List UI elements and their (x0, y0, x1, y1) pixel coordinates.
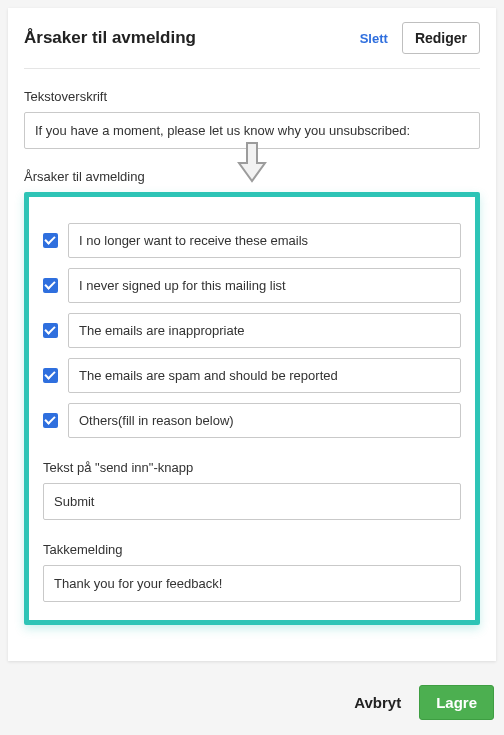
thank-you-input[interactable] (43, 565, 461, 602)
delete-button[interactable]: Slett (360, 31, 388, 46)
footer-row: Avbryt Lagre (0, 669, 504, 726)
reason-text-input[interactable] (68, 268, 461, 303)
thank-you-section: Takkemelding (43, 542, 461, 602)
reason-text-input[interactable] (68, 313, 461, 348)
submit-text-section: Tekst på "send inn"-knapp (43, 460, 461, 520)
reasons-section: Årsaker til avmelding Tekst på "send inn… (24, 169, 480, 625)
cancel-button[interactable]: Avbryt (354, 694, 401, 711)
reason-row (43, 358, 461, 393)
reason-checkbox[interactable] (43, 233, 58, 248)
reasons-box: Tekst på "send inn"-knapp Takkemelding (24, 192, 480, 625)
reason-text-input[interactable] (68, 358, 461, 393)
reason-checkbox[interactable] (43, 413, 58, 428)
reason-row (43, 268, 461, 303)
text-heading-label: Tekstoverskrift (24, 89, 480, 104)
page-title: Årsaker til avmelding (24, 28, 196, 48)
reason-row (43, 403, 461, 438)
header-actions: Slett Rediger (360, 22, 480, 54)
save-button[interactable]: Lagre (419, 685, 494, 720)
reason-checkbox[interactable] (43, 323, 58, 338)
submit-text-input[interactable] (43, 483, 461, 520)
header-row: Årsaker til avmelding Slett Rediger (24, 22, 480, 69)
arrow-icon (235, 141, 269, 189)
edit-button[interactable]: Rediger (402, 22, 480, 54)
reason-row (43, 313, 461, 348)
reason-text-input[interactable] (68, 403, 461, 438)
submit-text-label: Tekst på "send inn"-knapp (43, 460, 461, 475)
text-heading-section: Tekstoverskrift (24, 89, 480, 149)
reasons-list (43, 223, 461, 438)
reason-row (43, 223, 461, 258)
settings-card: Årsaker til avmelding Slett Rediger Teks… (8, 8, 496, 661)
reason-checkbox[interactable] (43, 278, 58, 293)
reason-text-input[interactable] (68, 223, 461, 258)
reason-checkbox[interactable] (43, 368, 58, 383)
thank-you-label: Takkemelding (43, 542, 461, 557)
